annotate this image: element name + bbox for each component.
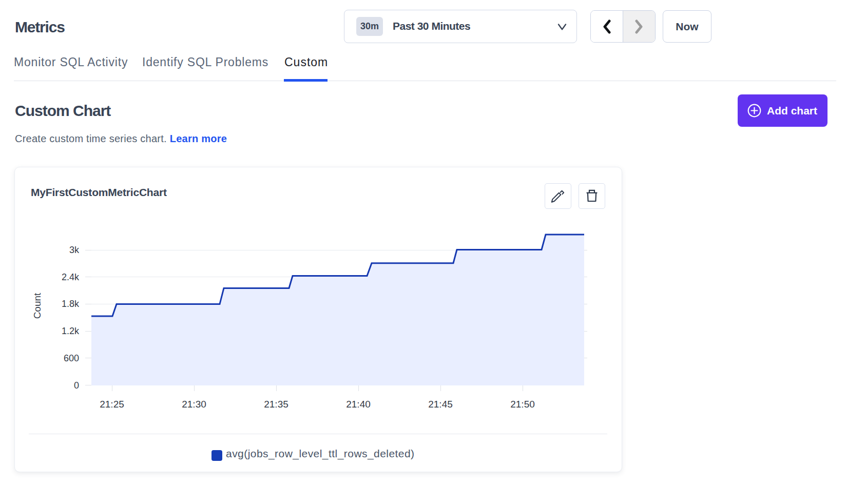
svg-text:1.8k: 1.8k	[62, 299, 80, 309]
svg-text:1.2k: 1.2k	[62, 326, 80, 336]
svg-text:3k: 3k	[69, 245, 80, 255]
svg-text:21:45: 21:45	[428, 399, 453, 410]
svg-text:21:30: 21:30	[182, 399, 206, 410]
svg-text:21:40: 21:40	[346, 399, 371, 410]
svg-text:0: 0	[74, 380, 79, 391]
svg-text:Count: Count	[32, 293, 43, 319]
svg-text:21:25: 21:25	[100, 399, 124, 410]
svg-text:21:35: 21:35	[264, 399, 288, 410]
svg-text:2.4k: 2.4k	[62, 272, 80, 282]
svg-text:600: 600	[64, 353, 79, 363]
svg-text:21:50: 21:50	[510, 399, 535, 410]
